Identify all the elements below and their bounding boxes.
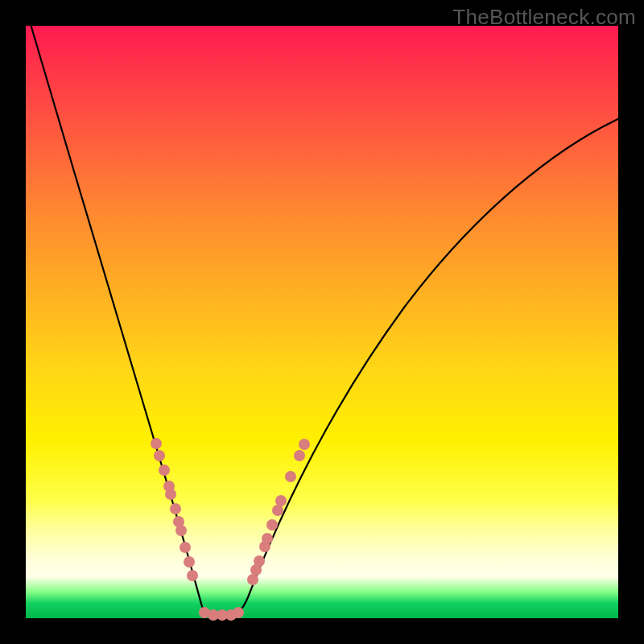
left-cluster-dot — [165, 489, 176, 500]
watermark-text: TheBottleneck.com — [452, 5, 636, 30]
bottom-cluster-dot — [233, 607, 244, 618]
right-cluster-dot — [266, 519, 278, 530]
right-cluster-dot — [275, 495, 287, 506]
left-cluster-dot — [187, 570, 198, 581]
left-cluster-dot — [170, 503, 181, 514]
right-cluster-dot — [299, 439, 310, 450]
chart-svg — [26, 26, 618, 618]
series-right-curve — [229, 117, 623, 616]
right-cluster-dot — [294, 450, 305, 461]
plot-area — [26, 26, 618, 618]
series-left-curve — [28, 16, 214, 616]
right-cluster-dot — [262, 533, 273, 544]
left-cluster-dot — [184, 556, 195, 568]
left-cluster-dot — [175, 525, 187, 536]
left-cluster-dot — [180, 542, 191, 553]
left-cluster-dot — [154, 450, 165, 461]
left-cluster-dot — [159, 464, 170, 476]
right-cluster-dot — [247, 574, 258, 585]
right-cluster-dot — [285, 471, 296, 482]
left-cluster-dot — [151, 438, 162, 449]
right-cluster-dot — [254, 555, 265, 567]
dot-layer — [151, 438, 310, 621]
right-cluster-dot — [272, 505, 283, 516]
curve-layer — [28, 16, 623, 616]
chart-frame: TheBottleneck.com — [0, 0, 644, 644]
